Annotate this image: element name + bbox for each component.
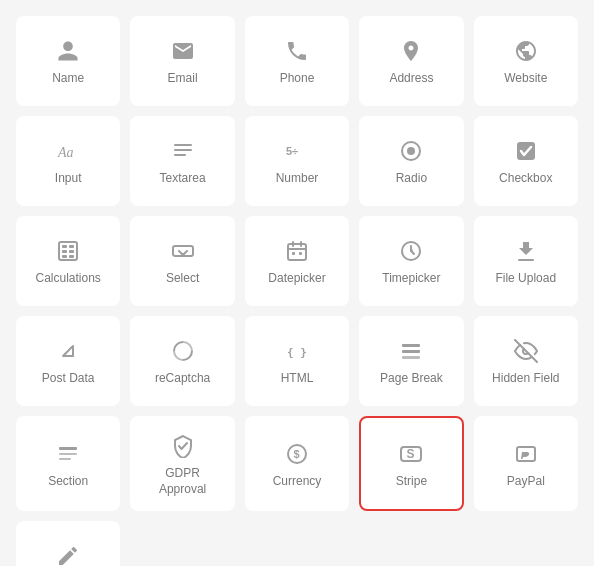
card-textarea-label: Textarea	[160, 171, 206, 187]
card-datepicker-label: Datepicker	[268, 271, 325, 287]
card-timepicker-label: Timepicker	[382, 271, 440, 287]
card-section-label: Section	[48, 474, 88, 490]
card-website[interactable]: Website	[474, 16, 578, 106]
card-paypal[interactable]: PayPal	[474, 416, 578, 511]
pagebreak-icon	[399, 339, 423, 363]
email-icon	[171, 39, 195, 63]
card-section[interactable]: Section	[16, 416, 120, 511]
card-address[interactable]: Address	[359, 16, 463, 106]
card-currency-label: Currency	[273, 474, 322, 490]
card-number-label: Number	[276, 171, 319, 187]
card-postdata[interactable]: Post Data	[16, 316, 120, 406]
svg-rect-26	[402, 350, 420, 353]
svg-text:Aa: Aa	[57, 145, 74, 160]
card-email-label: Email	[168, 71, 198, 87]
radio-icon	[399, 139, 423, 163]
gdpr-icon	[171, 434, 195, 458]
datepicker-icon	[285, 239, 309, 263]
svg-text:$: $	[293, 448, 299, 460]
card-radio-label: Radio	[396, 171, 427, 187]
card-checkbox[interactable]: Checkbox	[474, 116, 578, 206]
recaptcha-icon	[171, 339, 195, 363]
svg-text:5÷: 5÷	[286, 145, 298, 157]
timepicker-icon	[399, 239, 423, 263]
svg-text:S: S	[407, 447, 415, 461]
field-type-grid: Name Email Phone Address Website Aa Inpu…	[16, 16, 578, 566]
svg-rect-31	[59, 458, 71, 460]
location-icon	[399, 39, 423, 63]
card-stripe-label: Stripe	[396, 474, 427, 490]
card-radio[interactable]: Radio	[359, 116, 463, 206]
textarea-icon	[171, 139, 195, 163]
card-recaptcha-label: reCaptcha	[155, 371, 210, 387]
card-currency[interactable]: $ Currency	[245, 416, 349, 511]
svg-rect-29	[59, 447, 77, 450]
card-phone-label: Phone	[280, 71, 315, 87]
card-stripe[interactable]: S Stripe	[359, 416, 463, 511]
svg-rect-2	[174, 149, 192, 151]
fileupload-icon	[514, 239, 538, 263]
card-phone[interactable]: Phone	[245, 16, 349, 106]
card-esignature[interactable]: E-Signature	[16, 521, 120, 566]
card-gdpr-label: GDPR Approval	[140, 466, 224, 497]
stripe-icon: S	[399, 442, 423, 466]
svg-rect-11	[62, 250, 67, 253]
card-fileupload[interactable]: File Upload	[474, 216, 578, 306]
svg-text:{ }: { }	[287, 346, 307, 359]
checkbox-icon	[514, 139, 538, 163]
card-postdata-label: Post Data	[42, 371, 95, 387]
svg-rect-3	[174, 154, 186, 156]
svg-rect-9	[62, 245, 67, 248]
card-email[interactable]: Email	[130, 16, 234, 106]
card-number[interactable]: 5÷ Number	[245, 116, 349, 206]
select-icon	[171, 239, 195, 263]
svg-rect-21	[299, 252, 302, 255]
card-input[interactable]: Aa Input	[16, 116, 120, 206]
svg-rect-16	[288, 244, 306, 260]
card-textarea[interactable]: Textarea	[130, 116, 234, 206]
phone-icon	[285, 39, 309, 63]
svg-rect-27	[402, 356, 420, 359]
person-icon	[56, 39, 80, 63]
svg-rect-10	[69, 245, 74, 248]
card-select[interactable]: Select	[130, 216, 234, 306]
card-pagebreak[interactable]: Page Break	[359, 316, 463, 406]
svg-point-6	[407, 147, 415, 155]
svg-rect-20	[292, 252, 295, 255]
svg-rect-8	[59, 242, 77, 260]
postdata-icon	[56, 339, 80, 363]
svg-rect-1	[174, 144, 192, 146]
card-pagebreak-label: Page Break	[380, 371, 443, 387]
svg-rect-25	[402, 344, 420, 347]
section-icon	[56, 442, 80, 466]
card-gdpr[interactable]: GDPR Approval	[130, 416, 234, 511]
card-calculations-label: Calculations	[36, 271, 101, 287]
card-html-label: HTML	[281, 371, 314, 387]
card-name[interactable]: Name	[16, 16, 120, 106]
number-icon: 5÷	[285, 139, 309, 163]
svg-rect-30	[59, 453, 77, 455]
card-datepicker[interactable]: Datepicker	[245, 216, 349, 306]
card-calculations[interactable]: Calculations	[16, 216, 120, 306]
currency-icon: $	[285, 442, 309, 466]
card-recaptcha[interactable]: reCaptcha	[130, 316, 234, 406]
paypal-icon	[514, 442, 538, 466]
card-hiddenfield[interactable]: Hidden Field	[474, 316, 578, 406]
svg-rect-14	[69, 255, 74, 258]
card-checkbox-label: Checkbox	[499, 171, 552, 187]
card-website-label: Website	[504, 71, 547, 87]
card-timepicker[interactable]: Timepicker	[359, 216, 463, 306]
input-icon: Aa	[56, 139, 80, 163]
card-hiddenfield-label: Hidden Field	[492, 371, 559, 387]
hidden-icon	[514, 339, 538, 363]
card-html[interactable]: { } HTML	[245, 316, 349, 406]
html-icon: { }	[285, 339, 309, 363]
svg-rect-12	[69, 250, 74, 253]
card-address-label: Address	[389, 71, 433, 87]
card-fileupload-label: File Upload	[495, 271, 556, 287]
card-select-label: Select	[166, 271, 199, 287]
esign-icon	[56, 544, 80, 566]
calc-icon	[56, 239, 80, 263]
card-name-label: Name	[52, 71, 84, 87]
svg-rect-13	[62, 255, 67, 258]
